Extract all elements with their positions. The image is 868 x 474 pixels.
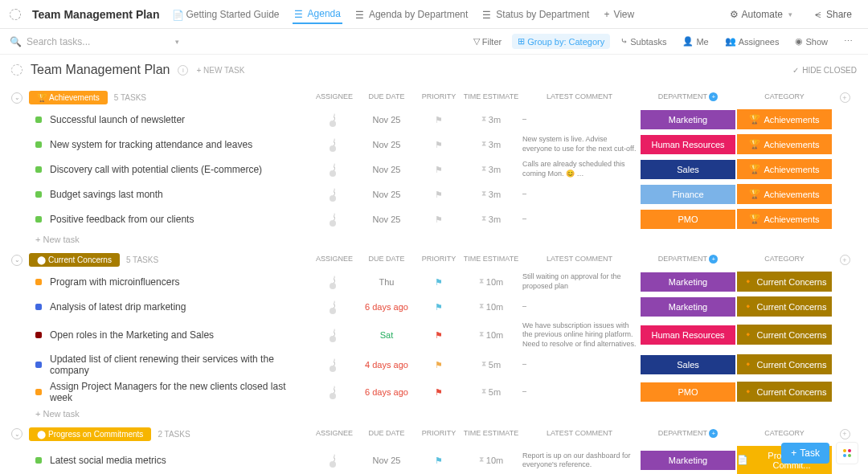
department-cell[interactable]: PMO	[640, 382, 736, 402]
tab-agenda[interactable]: ☰Agenda	[293, 5, 342, 24]
new-task-link[interactable]: + NEW TASK	[196, 66, 244, 75]
assignee-cell[interactable]	[310, 301, 358, 313]
info-icon[interactable]: i	[178, 65, 188, 76]
task-row[interactable]: Discovery call with potential clients (E…	[0, 157, 868, 182]
assignee-cell[interactable]	[310, 189, 358, 200]
priority-cell[interactable]: ⚑	[415, 359, 463, 370]
priority-cell[interactable]: ⚑	[415, 189, 463, 200]
task-row[interactable]: Positive feedback from our clients Nov 2…	[0, 206, 868, 231]
section-badge[interactable]: 🏆Achievements	[29, 91, 108, 104]
due-date-cell[interactable]: Thu	[358, 277, 415, 287]
time-estimate-cell[interactable]: ⧗5m	[463, 360, 519, 370]
time-estimate-cell[interactable]: ⧗3m	[463, 190, 519, 199]
time-estimate-cell[interactable]: ⧗10m	[463, 277, 519, 287]
assignee-cell[interactable]	[310, 114, 358, 125]
due-date-cell[interactable]: 6 days ago	[358, 387, 415, 397]
show-button[interactable]: ◉Show	[789, 34, 833, 49]
category-cell[interactable]: 🏆Achievements	[736, 109, 833, 129]
section-badge[interactable]: ⬤Progress on Commitments	[29, 427, 151, 441]
new-task-row[interactable]: + New task	[0, 231, 868, 247]
filter-button[interactable]: ▽Filter	[468, 34, 507, 49]
task-row[interactable]: New system for tracking attendance and l…	[0, 132, 868, 157]
time-estimate-cell[interactable]: ⧗10m	[463, 330, 519, 340]
time-estimate-cell[interactable]: ⧗5m	[463, 387, 519, 397]
group-by-button[interactable]: ⊞Group by: Category	[512, 34, 610, 49]
category-cell[interactable]: 🔸Current Concerns	[736, 296, 833, 317]
department-cell[interactable]: Human Resources	[640, 135, 736, 154]
category-cell[interactable]: 🔸Current Concerns	[736, 354, 833, 374]
col-add[interactable]: +	[833, 429, 857, 439]
department-cell[interactable]: Human Resources	[640, 325, 736, 345]
time-estimate-cell[interactable]: ⧗10m	[463, 456, 519, 465]
priority-cell[interactable]: ⚑	[415, 301, 463, 313]
category-cell[interactable]: 🏆Achievements	[736, 134, 833, 154]
add-icon[interactable]: +	[709, 429, 718, 438]
col-add[interactable]: +	[833, 92, 857, 103]
category-cell[interactable]: 🔸Current Concerns	[736, 382, 833, 402]
task-row[interactable]: Budget savings last month Nov 25 ⚑ ⧗3m –…	[0, 182, 868, 206]
fab-apps-button[interactable]	[836, 442, 858, 464]
assignee-cell[interactable]	[310, 214, 358, 225]
category-cell[interactable]: 🔸Current Concerns	[736, 325, 833, 345]
assignee-cell[interactable]	[310, 139, 358, 150]
priority-cell[interactable]: ⚑	[415, 114, 463, 125]
due-date-cell[interactable]: Nov 25	[358, 140, 415, 149]
priority-cell[interactable]: ⚑	[415, 164, 463, 175]
due-date-cell[interactable]: Sat	[358, 330, 415, 340]
task-row[interactable]: Updated list of client renewing their se…	[0, 351, 868, 378]
subtasks-button[interactable]: ⤷Subtasks	[615, 34, 672, 49]
department-cell[interactable]: Finance	[640, 185, 736, 204]
due-date-cell[interactable]: Nov 25	[358, 165, 415, 174]
department-cell[interactable]: Sales	[640, 355, 736, 374]
category-cell[interactable]: 🏆Achievements	[736, 209, 833, 229]
task-row[interactable]: Program with microinfluencers Thu ⚑ ⧗10m…	[0, 269, 868, 294]
due-date-cell[interactable]: 4 days ago	[358, 360, 415, 370]
task-row[interactable]: Successful launch of newsletter Nov 25 ⚑…	[0, 107, 868, 132]
assignee-cell[interactable]	[310, 455, 358, 466]
search-input[interactable]: 🔍 Search tasks... ▾	[10, 36, 468, 47]
time-estimate-cell[interactable]: ⧗3m	[463, 215, 519, 224]
section-toggle[interactable]: ⌄	[11, 92, 23, 104]
due-date-cell[interactable]: Nov 25	[358, 115, 415, 125]
tab-status-dept[interactable]: ☰Status by Department	[481, 6, 591, 23]
department-cell[interactable]: PMO	[640, 210, 736, 229]
task-row[interactable]: Latest social media metrics Nov 25 ⚑ ⧗10…	[0, 443, 868, 474]
due-date-cell[interactable]: 6 days ago	[358, 302, 415, 312]
new-task-row[interactable]: + New task	[0, 406, 868, 422]
task-row[interactable]: Assign Project Managers for the new clie…	[0, 378, 868, 406]
assignee-cell[interactable]	[310, 359, 358, 370]
col-add[interactable]: +	[833, 255, 857, 265]
section-badge[interactable]: ⬤Current Concerns	[29, 253, 120, 267]
fab-task-button[interactable]: +Task	[781, 443, 829, 464]
category-cell[interactable]: 🏆Achievements	[736, 184, 833, 204]
assignee-cell[interactable]	[310, 386, 358, 398]
assignee-cell[interactable]	[310, 164, 358, 175]
me-button[interactable]: 👤Me	[677, 34, 714, 49]
department-cell[interactable]: Marketing	[640, 110, 736, 129]
priority-cell[interactable]: ⚑	[415, 455, 463, 466]
add-icon[interactable]: +	[709, 92, 718, 101]
automate-button[interactable]: ⚙Automate▾	[723, 6, 799, 22]
assignee-cell[interactable]	[310, 329, 358, 341]
tab-agenda-dept[interactable]: ☰Agenda by Department	[354, 6, 469, 23]
due-date-cell[interactable]: Nov 25	[358, 456, 415, 465]
hide-closed-toggle[interactable]: ✓HIDE CLOSED	[792, 66, 857, 75]
task-row[interactable]: Open roles in the Marketing and Sales Sa…	[0, 319, 868, 351]
department-cell[interactable]: Marketing	[640, 451, 736, 470]
section-toggle[interactable]: ⌄	[11, 255, 23, 266]
tab-getting-started[interactable]: 📄Getting Started Guide	[170, 6, 280, 23]
due-date-cell[interactable]: Nov 25	[358, 190, 415, 199]
department-cell[interactable]: Marketing	[640, 297, 736, 317]
category-cell[interactable]: 🏆Achievements	[736, 159, 833, 179]
assignees-button[interactable]: 👥Assignees	[719, 34, 785, 49]
category-cell[interactable]: 🔸Current Concerns	[736, 272, 833, 292]
department-cell[interactable]: Marketing	[640, 272, 736, 292]
share-button[interactable]: ⪪Share	[807, 6, 858, 22]
task-row[interactable]: Analysis of latest drip marketing 6 days…	[0, 294, 868, 319]
time-estimate-cell[interactable]: ⧗3m	[463, 115, 519, 125]
section-toggle[interactable]: ⌄	[11, 428, 23, 439]
more-button[interactable]: ⋯	[838, 34, 858, 49]
time-estimate-cell[interactable]: ⧗10m	[463, 302, 519, 312]
add-view[interactable]: +View	[602, 6, 636, 23]
time-estimate-cell[interactable]: ⧗3m	[463, 140, 519, 149]
